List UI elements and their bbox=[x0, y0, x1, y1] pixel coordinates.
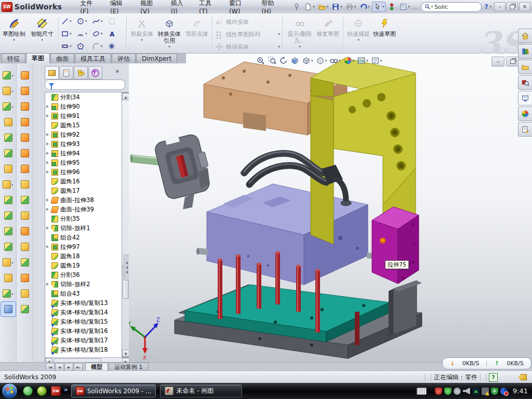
tree-item[interactable]: 拉伸97 bbox=[45, 242, 129, 251]
expand-arrow-icon[interactable] bbox=[46, 227, 51, 230]
property-manager-tab[interactable] bbox=[59, 66, 73, 79]
chamfer-button[interactable] bbox=[1, 114, 16, 130]
study-nav-button-1[interactable]: ◀ bbox=[55, 363, 64, 371]
mirror-entities-button[interactable]: A 镜向实体 bbox=[215, 16, 280, 28]
ribbon-tab-1[interactable]: 草图 bbox=[26, 53, 50, 63]
expand-arrow-icon[interactable] bbox=[46, 161, 51, 164]
input-method-keyboard-icon[interactable] bbox=[417, 388, 427, 395]
quick-launch-messenger-icon[interactable] bbox=[23, 386, 33, 396]
spline-tool-button[interactable]: ▾ bbox=[1, 286, 16, 301]
start-button[interactable] bbox=[2, 383, 18, 399]
task-button-paint[interactable]: 未命名 - 画图 bbox=[160, 384, 242, 397]
knit-surface-button[interactable] bbox=[17, 255, 33, 270]
minimize-button[interactable]: – bbox=[494, 2, 506, 11]
tree-item[interactable]: 实体-移动/复制16 bbox=[45, 326, 129, 336]
tree-item[interactable]: 切除-放样1 bbox=[45, 223, 129, 233]
linear-sketch-pattern-button[interactable]: 线性草图阵列 ▾ bbox=[215, 28, 280, 41]
combine-button[interactable] bbox=[1, 223, 16, 239]
view-orientation-button[interactable]: ▾ bbox=[301, 56, 314, 65]
tree-item[interactable]: 拉伸95 bbox=[45, 158, 129, 167]
zoom-area-button[interactable] bbox=[267, 56, 277, 65]
search-input[interactable]: ▾ Solic bbox=[421, 2, 482, 12]
quick-launch-antivirus-icon[interactable] bbox=[37, 386, 47, 396]
ellipse-button[interactable]: ▾ bbox=[92, 28, 108, 40]
sketch-button[interactable]: 草图绘制 ▾ bbox=[1, 15, 28, 53]
expand-arrow-icon[interactable] bbox=[46, 170, 51, 174]
expand-arrow-icon[interactable] bbox=[46, 245, 51, 248]
select-button[interactable]: ▾ bbox=[372, 2, 386, 12]
expand-arrow-icon[interactable] bbox=[46, 208, 51, 211]
custom-properties-tab[interactable] bbox=[518, 122, 532, 137]
trim-entities-button[interactable]: 剪裁实体 ▾ bbox=[129, 15, 154, 53]
draft-button[interactable] bbox=[1, 145, 16, 161]
open-button[interactable]: ▾ bbox=[317, 2, 330, 11]
expand-arrow-icon[interactable] bbox=[46, 105, 51, 108]
arc-button[interactable]: ▾ bbox=[76, 28, 92, 40]
ribbon-tab-3[interactable]: 模具工具 bbox=[75, 54, 111, 63]
zoom-fit-button[interactable] bbox=[256, 56, 265, 65]
revolved-boss-button[interactable] bbox=[17, 68, 33, 83]
display-style-button[interactable]: ▾ bbox=[315, 56, 328, 65]
rapid-sketch-button[interactable]: 快速草图 bbox=[372, 15, 397, 53]
tree-vertical-scrollbar[interactable]: ▲ ▼ bbox=[122, 92, 129, 357]
tree-item[interactable]: 实体-移动/复制17 bbox=[45, 336, 129, 345]
scroll-down-button[interactable]: ▼ bbox=[122, 350, 129, 357]
rotate-view-button[interactable] bbox=[278, 56, 288, 65]
tree-item[interactable]: 拉伸92 bbox=[45, 130, 129, 139]
display-delete-relations-button[interactable]: 显示/删除几... ▾ bbox=[285, 15, 314, 53]
model-side-block[interactable] bbox=[372, 207, 419, 284]
circle-button[interactable]: ▾ bbox=[76, 15, 92, 28]
quick-launch-solidworks-icon[interactable]: SW bbox=[51, 386, 61, 396]
text-button[interactable]: A bbox=[108, 28, 123, 40]
tree-item[interactable]: 圆角19 bbox=[45, 261, 129, 270]
move-entities-button[interactable]: 移动实体 ▾ bbox=[215, 41, 280, 53]
split-button[interactable] bbox=[1, 192, 16, 208]
featuremanager-overflow[interactable]: » bbox=[115, 68, 119, 75]
convert-entities-button[interactable]: 转换实体引用 ▾ bbox=[155, 15, 183, 53]
tree-item[interactable]: 曲面-拉伸39 bbox=[45, 205, 129, 214]
antivirus-shield-red-icon[interactable] bbox=[435, 388, 442, 395]
study-nav-button-2[interactable]: ▶ bbox=[64, 363, 73, 371]
tree-item[interactable]: 拉伸90 bbox=[45, 102, 129, 111]
print-button[interactable]: ▾ bbox=[344, 2, 357, 11]
update-gear-icon[interactable] bbox=[454, 388, 461, 395]
solidworks-resources-tab[interactable] bbox=[518, 29, 532, 43]
boundary-boss-button[interactable] bbox=[17, 130, 33, 145]
volume-icon[interactable] bbox=[463, 388, 470, 395]
display-states-button[interactable] bbox=[387, 2, 397, 11]
offset-entities-button[interactable]: 等距实体 bbox=[184, 15, 209, 53]
configuration-manager-tab[interactable] bbox=[74, 66, 88, 79]
tree-item[interactable]: 分割36 bbox=[45, 270, 129, 280]
tree-item[interactable]: 拉伸93 bbox=[45, 139, 129, 149]
ribbon-tab-0[interactable]: 特征 bbox=[2, 54, 25, 63]
tree-item[interactable]: 分割34 bbox=[45, 92, 129, 102]
rib-button[interactable] bbox=[1, 130, 16, 145]
revolved-cut-button[interactable] bbox=[17, 83, 33, 99]
lofted-boss-button[interactable] bbox=[17, 114, 33, 130]
body-move-copy-button[interactable] bbox=[1, 239, 16, 255]
scroll-up-button[interactable]: ▲ bbox=[122, 93, 129, 100]
surface-extrude-button[interactable] bbox=[17, 145, 33, 161]
quick-launch-overflow[interactable]: » bbox=[64, 386, 68, 393]
surface-sweep-button[interactable] bbox=[17, 177, 33, 192]
extruded-boss-button[interactable]: ▾ bbox=[1, 68, 16, 83]
section-view-button[interactable] bbox=[290, 56, 300, 65]
shell-button[interactable] bbox=[1, 161, 16, 177]
expand-arrow-icon[interactable] bbox=[46, 133, 51, 136]
study-tab-0[interactable]: 模型 bbox=[85, 363, 108, 371]
help-button[interactable]: ? bbox=[485, 3, 488, 10]
extruded-cut-button[interactable]: ▾ bbox=[1, 83, 16, 99]
view-palette-tab[interactable] bbox=[518, 91, 532, 105]
ribbon-tab-2[interactable]: 曲面 bbox=[50, 54, 74, 63]
slot-button[interactable]: ▾ bbox=[61, 40, 76, 52]
study-nav-button-0[interactable]: |◀ bbox=[46, 363, 55, 371]
tree-item[interactable]: 组合43 bbox=[45, 289, 129, 298]
rectangle-button[interactable]: ▾ bbox=[61, 28, 76, 40]
status-help-icon[interactable]: ? bbox=[489, 373, 498, 382]
apply-scene-button[interactable]: ▾ bbox=[356, 56, 369, 65]
tree-item[interactable]: 圆角16 bbox=[45, 177, 129, 186]
surface-fill-button[interactable] bbox=[17, 208, 33, 223]
graphics-viewport[interactable]: Y Z X ▾▾▾▾▾▾ – × 拉伸75 bbox=[129, 54, 532, 362]
planar-surface-button[interactable] bbox=[17, 223, 33, 239]
fillet-button[interactable]: ▾ bbox=[1, 99, 16, 114]
